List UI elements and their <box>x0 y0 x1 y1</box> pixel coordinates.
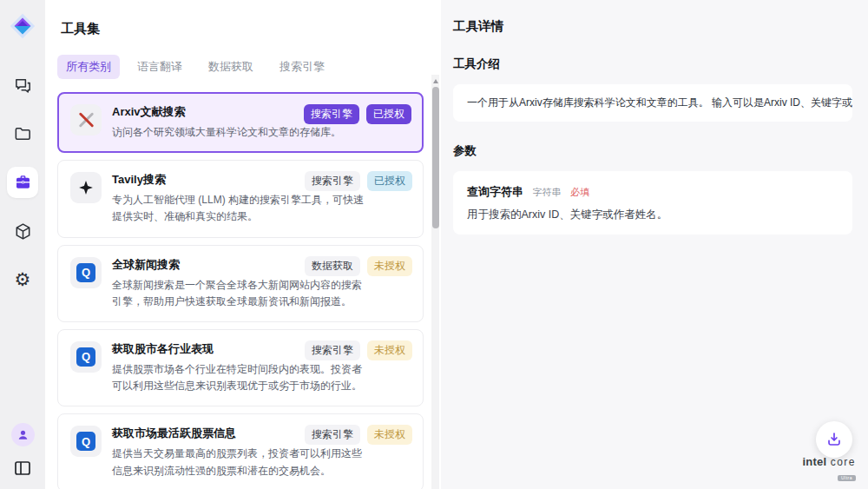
intel-core-logo: intel core Ultra <box>802 454 856 482</box>
tool-card-stock-sectors[interactable]: Q 获取股市各行业表现 提供股票市场各个行业在特定时间段内的表现。投资者可以利用… <box>57 329 424 406</box>
parameter-description: 用于搜索的Arxiv ID、关键字或作者姓名。 <box>467 208 838 222</box>
detail-title: 工具详情 <box>453 18 852 35</box>
tool-card-arxiv[interactable]: Arxiv文献搜索 访问各个研究领域大量科学论文和文章的存储库。 搜索引擎 已授… <box>57 92 424 153</box>
category-badge: 搜索引擎 <box>304 104 359 124</box>
intro-heading: 工具介绍 <box>453 56 852 72</box>
left-rail: ⚙ <box>0 0 45 489</box>
category-badge: 数据获取 <box>305 256 360 276</box>
page-title: 工具集 <box>61 21 441 37</box>
arxiv-x-icon <box>70 104 102 135</box>
juhe-q-icon: Q <box>70 426 102 457</box>
tool-card-active-stocks[interactable]: Q 获取市场最活跃股票信息 提供当天交易量最高的股票列表，投资者可以利用这些信息… <box>57 413 424 489</box>
tab-search-engine[interactable]: 搜索引擎 <box>271 55 333 79</box>
status-badge: 未授权 <box>367 256 412 276</box>
status-badge: 已授权 <box>366 104 411 124</box>
folder-icon[interactable] <box>7 118 38 149</box>
parameter-required-badge: 必填 <box>570 187 589 197</box>
status-badge: 已授权 <box>367 171 412 191</box>
tool-cards: Arxiv文献搜索 访问各个研究领域大量科学论文和文章的存储库。 搜索引擎 已授… <box>57 92 424 489</box>
params-heading: 参数 <box>453 143 852 159</box>
tool-description: 提供股票市场各个行业在特定时间段内的表现。投资者可以利用这些信息来识别表现优于或… <box>112 361 369 394</box>
tool-detail-panel: 工具详情 工具介绍 一个用于从Arxiv存储库搜索科学论文和文章的工具。 输入可… <box>441 0 868 489</box>
rail-nav: ⚙ <box>7 69 38 295</box>
tool-description: 全球新闻搜索是一个聚合全球各大新闻网站内容的搜索引擎，帮助用户快速获取全球最新资… <box>112 277 369 310</box>
juhe-q-icon: Q <box>70 341 102 373</box>
tab-data-acquisition[interactable]: 数据获取 <box>200 55 262 79</box>
tab-all-categories[interactable]: 所有类别 <box>57 55 120 79</box>
category-tabs: 所有类别 语言翻译 数据获取 搜索引擎 <box>57 55 441 79</box>
tool-description: 提供当天交易量最高的股票列表，投资者可以利用这些信息来识别流动性强的股票和潜在的… <box>112 446 369 479</box>
parameter-name: 查询字符串 <box>467 185 523 198</box>
juhe-q-icon: Q <box>70 257 102 288</box>
list-scrollbar[interactable] <box>431 75 439 489</box>
download-button[interactable] <box>816 421 852 458</box>
tab-language-translation[interactable]: 语言翻译 <box>128 55 191 79</box>
tool-list-panel: 工具集 所有类别 语言翻译 数据获取 搜索引擎 Arxiv文献搜索 访问各个研究… <box>45 0 441 489</box>
rail-bottom <box>11 423 35 479</box>
status-badge: 未授权 <box>367 340 412 360</box>
status-badge: 未授权 <box>367 425 412 445</box>
tool-card-global-news[interactable]: Q 全球新闻搜索 全球新闻搜索是一个聚合全球各大新闻网站内容的搜索引擎，帮助用户… <box>57 245 424 322</box>
app-logo-icon[interactable] <box>7 10 38 42</box>
tavily-star-icon <box>70 172 102 203</box>
category-badge: 搜索引擎 <box>305 425 360 445</box>
scrollbar-thumb[interactable] <box>432 87 439 228</box>
app-window: ⚙ 工具集 所有类别 语言翻译 数据获取 搜索引擎 <box>0 0 868 489</box>
category-badge: 搜索引擎 <box>305 340 360 360</box>
scrollbar-up-arrow[interactable] <box>433 79 438 83</box>
user-avatar-icon[interactable] <box>11 423 35 446</box>
chat-icon[interactable] <box>7 69 38 101</box>
category-badge: 搜索引擎 <box>305 171 360 191</box>
settings-gear-icon[interactable]: ⚙ <box>7 264 38 295</box>
tool-card-tavily[interactable]: Tavily搜索 专为人工智能代理 (LLM) 构建的搜索引擎工具，可快速提供实… <box>57 160 424 237</box>
tool-description: 访问各个研究领域大量科学论文和文章的存储库。 <box>112 124 369 141</box>
intro-card: 一个用于从Arxiv存储库搜索科学论文和文章的工具。 输入可以是Arxiv ID… <box>453 84 852 122</box>
tool-description: 专为人工智能代理 (LLM) 构建的搜索引擎工具，可快速提供实时、准确和真实的结… <box>112 192 369 225</box>
toolbox-icon[interactable] <box>7 167 38 198</box>
parameter-card: 查询字符串 字符串 必填 用于搜索的Arxiv ID、关键字或作者姓名。 <box>453 171 852 235</box>
cube-icon[interactable] <box>7 215 38 247</box>
download-icon <box>825 430 844 449</box>
parameter-type: 字符串 <box>532 187 561 197</box>
panel-toggle-icon[interactable] <box>12 458 33 479</box>
intel-ultra-badge: Ultra <box>838 475 856 481</box>
